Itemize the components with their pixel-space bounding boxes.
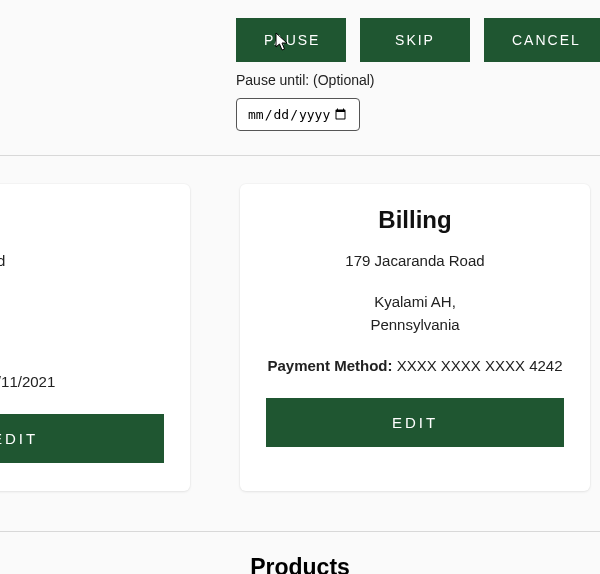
pause-button[interactable]: PAUSE <box>236 18 346 62</box>
shipping-addr-line1: 179 Jacaranda Road <box>0 252 164 269</box>
billing-pm-label: Payment Method: <box>267 357 392 374</box>
shipping-addr-line3: Pennsylvania <box>0 332 164 349</box>
billing-card: Billing 179 Jacaranda Road Kyalami AH, P… <box>240 184 590 491</box>
pause-until-group: Pause until: (Optional) <box>0 62 600 155</box>
shipping-card: Shipping 179 Jacaranda Road Kyalami AHa … <box>0 184 190 491</box>
shipping-next-shipment: Next Shipment: 18/11/2021 <box>0 373 164 390</box>
shipping-title: Shipping <box>0 206 164 234</box>
skip-button[interactable]: SKIP <box>360 18 470 62</box>
billing-addr-line1: 179 Jacaranda Road <box>266 252 564 269</box>
shipping-edit-button[interactable]: EDIT <box>0 414 164 463</box>
address-cards-row: Shipping 179 Jacaranda Road Kyalami AHa … <box>0 156 600 531</box>
pause-until-date-input[interactable] <box>236 98 360 131</box>
billing-pm-value: XXXX XXXX XXXX 4242 <box>397 357 563 374</box>
shipping-shipment-value: 18/11/2021 <box>0 373 55 390</box>
cancel-button[interactable]: CANCEL <box>484 18 600 62</box>
billing-addr-line3: Pennsylvania <box>266 316 564 333</box>
billing-payment-method: Payment Method: XXXX XXXX XXXX 4242 <box>266 357 564 374</box>
billing-edit-button[interactable]: EDIT <box>266 398 564 447</box>
billing-title: Billing <box>266 206 564 234</box>
products-section: Products Status: active | Auto-renew: ev… <box>0 532 600 574</box>
action-button-row: PAUSE SKIP CANCEL <box>0 0 600 62</box>
products-title: Products <box>0 554 600 574</box>
shipping-addr-line2: Kyalami AHa <box>0 293 164 310</box>
billing-addr-line2: Kyalami AH, <box>266 293 564 310</box>
pause-until-label: Pause until: (Optional) <box>236 72 600 88</box>
